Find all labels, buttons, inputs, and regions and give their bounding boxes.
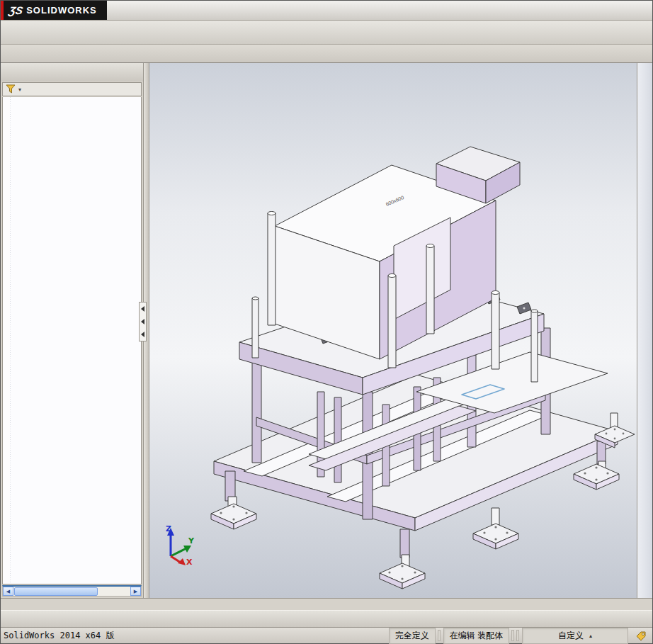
graphics-viewport[interactable]: 600x600 Z Y X — [149, 63, 637, 598]
ribbon-tabs — [1, 45, 4, 62]
solidworks-logo-text: SOLIDWORKS — [26, 5, 97, 16]
titlebar: ƷS SOLIDWORKS — [1, 1, 652, 21]
task-pane-strip — [637, 63, 652, 598]
filter-dropdown-caret[interactable]: ▾ — [18, 86, 21, 93]
scroll-thumb[interactable] — [14, 587, 98, 596]
triad-z-label: Z — [166, 524, 171, 533]
reference-triad: Z Y X — [157, 524, 196, 566]
status-custom-dropdown[interactable]: 自定义 ▴ — [522, 628, 628, 644]
triad-x-label: X — [186, 558, 193, 566]
window-buttons — [649, 1, 652, 20]
tree-horizontal-scrollbar[interactable]: ◀ ▶ — [2, 585, 142, 597]
assembly-commandbar — [1, 21, 652, 45]
tree-flyout-collapse-arrows[interactable] — [139, 302, 147, 341]
triad-y-label: Y — [188, 536, 195, 546]
filter-funnel-icon — [6, 84, 16, 96]
sketch-toolbar — [1, 610, 652, 627]
scroll-left-arrow[interactable]: ◀ — [3, 587, 13, 596]
main-area: ▾ ◀ ▶ — [1, 63, 652, 598]
app-version-text: SolidWorks 2014 x64 版 — [4, 630, 386, 642]
solidworks-window: ƷS SOLIDWORKS ▾ ◀ ▶ — [0, 0, 653, 644]
tree-filter-bar[interactable]: ▾ — [2, 82, 142, 96]
solidworks-logo-mark: ƷS — [8, 4, 24, 16]
ribbon-tab-row — [1, 45, 652, 63]
solidworks-logo: ƷS SOLIDWORKS — [4, 1, 107, 20]
scroll-right-arrow[interactable]: ▶ — [130, 587, 141, 596]
status-editing-assembly: 在编辑 装配体 — [443, 628, 509, 644]
custom-dropdown-caret[interactable]: ▴ — [589, 633, 592, 639]
menubar — [107, 1, 114, 20]
document-tab-bar — [1, 598, 652, 610]
featuremanager-panel: ▾ ◀ ▶ — [1, 63, 144, 598]
feature-tree — [2, 97, 142, 584]
status-fully-defined: 完全定义 — [389, 628, 436, 644]
panel-header-tabs — [1, 63, 143, 81]
assembly-3d-model[interactable]: 600x600 — [149, 63, 637, 598]
tag-icon[interactable] — [635, 631, 647, 640]
statusbar: SolidWorks 2014 x64 版 完全定义 在编辑 装配体 自定义 ▴ — [1, 627, 652, 643]
